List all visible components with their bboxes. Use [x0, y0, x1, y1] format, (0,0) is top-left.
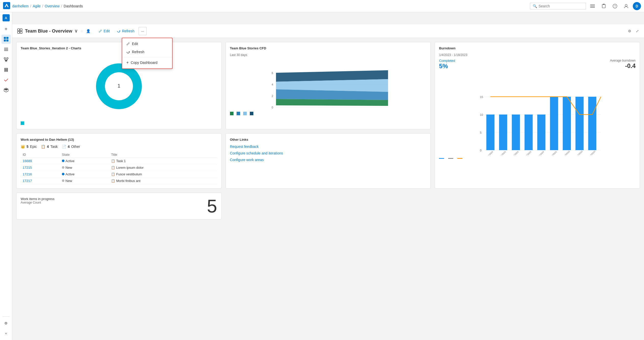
dashboard-header: Team Blue - Overview ∨ ☆ 👤 Edit Refresh …: [12, 24, 644, 38]
svg-text:24: 24: [294, 109, 297, 110]
boards-sidebar-icon[interactable]: [2, 35, 11, 44]
dropdown-copy-item[interactable]: + Copy Dashboard: [122, 58, 172, 67]
donut-legend-color: [21, 121, 24, 125]
dash-expand-icon[interactable]: ⤢: [636, 29, 639, 33]
svg-rect-60: [550, 97, 558, 150]
dash-settings-icon[interactable]: ⚙: [628, 29, 631, 33]
cfd-legend-color-3: [243, 112, 247, 115]
svg-rect-0: [3, 2, 10, 9]
dropdown-refresh-item[interactable]: Refresh: [122, 48, 172, 56]
dashboard-chevron-icon[interactable]: ∨: [74, 28, 78, 34]
state-dot-active: [62, 160, 64, 162]
clipboard-nav-icon[interactable]: [599, 2, 608, 11]
svg-text:13: 13: [367, 109, 371, 110]
backlogs-sidebar-icon[interactable]: [2, 45, 11, 54]
svg-text:6: 6: [271, 72, 273, 75]
cfd-title-text: Team Blue Stories CFD: [230, 46, 266, 50]
burndown-completed: Completed 5%: [439, 59, 455, 70]
dashboard-team-icon[interactable]: 👤: [86, 29, 90, 33]
svg-rect-21: [18, 31, 20, 33]
svg-text:1/8/2023: 1/8/2023: [537, 151, 545, 155]
dashboard-title-text: Team Blue - Overview: [25, 29, 72, 34]
sidebar-avatar[interactable]: A: [3, 14, 10, 21]
task-row-icon: 📋: [111, 159, 115, 163]
work-assigned-title: Work assigned to Dan Hellem (13): [21, 138, 217, 141]
user-nav-icon[interactable]: [622, 2, 631, 11]
table-row[interactable]: 17216 Active 📋Fusce vestibulum: [21, 171, 217, 178]
table-row[interactable]: 17217 New 📋Morbi finibus ant: [21, 178, 217, 184]
svg-rect-1: [590, 5, 595, 5]
epic-icon: 👑: [21, 145, 25, 149]
dashboard-favorite-icon[interactable]: ☆: [80, 29, 84, 33]
svg-point-8: [625, 4, 627, 6]
work-type-task: 📋 4 Task: [41, 145, 58, 149]
svg-text:1/6/2023: 1/6/2023: [512, 151, 519, 155]
dropdown-popup: Edit Refresh + Copy Dashboard: [122, 38, 173, 69]
breadcrumb-2[interactable]: Agile: [33, 4, 41, 8]
refresh-button[interactable]: Refresh: [114, 27, 138, 35]
svg-text:1/12/2023: 1/12/2023: [588, 150, 596, 155]
svg-rect-2: [590, 6, 595, 6]
table-row[interactable]: 16689 Active 📋Task 1: [21, 158, 217, 164]
list-nav-icon[interactable]: [588, 2, 597, 11]
svg-text:1/4/2023: 1/4/2023: [486, 151, 494, 155]
cfd-legend-color-2: [237, 112, 240, 115]
row-id: 17217: [21, 178, 60, 184]
dropdown-edit-item[interactable]: Edit: [122, 40, 172, 48]
other-link-item[interactable]: Configure work areas: [230, 158, 427, 162]
svg-text:1/10/2023: 1/10/2023: [563, 150, 571, 155]
row-title: 📋Task 1: [109, 158, 217, 164]
pipelines-sidebar-icon[interactable]: [2, 65, 11, 74]
row-title: 📋Morbi finibus ant: [109, 178, 217, 184]
breadcrumb-1[interactable]: danhellem: [12, 4, 29, 8]
row-state: Active: [60, 171, 109, 178]
ellipsis-icon: ···: [141, 29, 144, 33]
cfd-subtitle: Last 30 days: [230, 53, 427, 57]
burndown-legend-line-orange: [457, 158, 462, 159]
refresh-icon: [117, 29, 120, 33]
other-label: Other: [71, 145, 80, 149]
burndown-legend-bar: [439, 158, 444, 159]
svg-point-16: [4, 58, 6, 59]
breadcrumb: danhellem / Agile / Overview / Dashboard…: [12, 4, 83, 8]
work-items-count: 5: [207, 197, 217, 215]
help-nav-icon[interactable]: ?: [610, 2, 620, 11]
svg-point-17: [7, 58, 8, 59]
svg-rect-3: [590, 7, 595, 8]
burndown-card: Burndown 1/4/2023 - 1/18/2023 Completed …: [435, 42, 640, 189]
cfd-legend-color-4: [250, 112, 253, 115]
other-link-item[interactable]: Request feedback: [230, 145, 427, 149]
svg-text:1: 1: [117, 83, 120, 89]
task-row-icon: 📋: [111, 166, 115, 169]
other-link-item[interactable]: Configure schedule and iterations: [230, 151, 427, 155]
search-input[interactable]: [539, 4, 583, 8]
breadcrumb-3[interactable]: Overview: [45, 4, 60, 8]
settings-sidebar-icon[interactable]: ⚙: [2, 319, 11, 328]
svg-rect-61: [563, 97, 571, 150]
testplans-sidebar-icon[interactable]: [2, 75, 11, 84]
collapse-sidebar-icon[interactable]: «: [2, 329, 11, 338]
dashboard-actions: Edit Refresh ···: [95, 27, 147, 35]
work-type-epic: 👑 5 Epic: [21, 145, 37, 149]
task-row-icon: 📋: [111, 172, 115, 176]
more-options-button[interactable]: ···: [139, 27, 147, 35]
svg-rect-62: [576, 97, 584, 150]
donut-chart-card: Team Blue_Stories_Iteration 2 - Charts 1: [16, 42, 222, 129]
work-type-other: 📄 4 Other: [62, 145, 80, 149]
burndown-completed-label[interactable]: Completed: [439, 59, 455, 63]
user-avatar[interactable]: D: [633, 2, 641, 10]
artifacts-sidebar-icon[interactable]: [2, 86, 11, 95]
work-type-summary: 👑 5 Epic 📋 4 Task 📄 4 Other: [21, 145, 217, 149]
row-id: 16689: [21, 158, 60, 164]
add-sidebar-icon[interactable]: +: [2, 24, 11, 34]
plus-icon: +: [126, 60, 129, 65]
search-box[interactable]: 🔍: [530, 3, 586, 9]
dashboard-title: Team Blue - Overview ∨: [25, 28, 78, 34]
repos-sidebar-icon[interactable]: [2, 55, 11, 64]
svg-rect-55: [486, 115, 495, 150]
svg-text:3: 3: [331, 109, 333, 110]
svg-text:2: 2: [271, 94, 273, 97]
sep-1: /: [30, 4, 31, 8]
table-row[interactable]: 17215 New 📋Lorem ipsum dolor: [21, 164, 217, 171]
edit-button[interactable]: Edit: [95, 27, 113, 35]
